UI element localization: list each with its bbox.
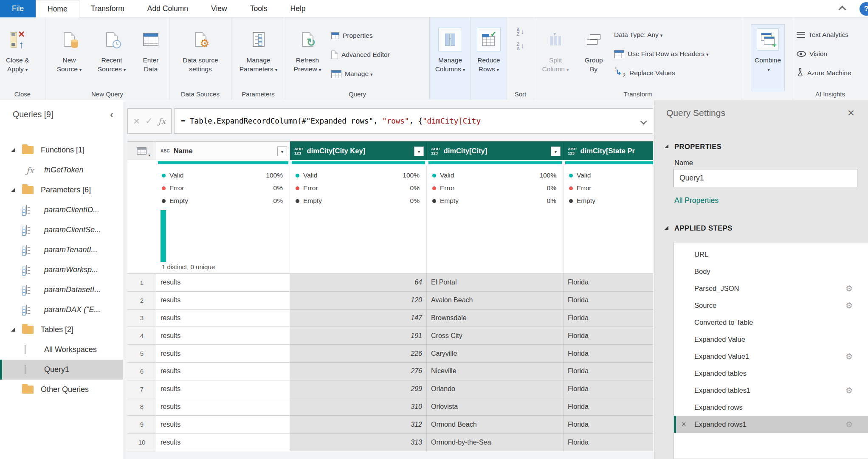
- sidebar-item-other-queries-folder[interactable]: Other Queries: [0, 380, 123, 400]
- sidebar-item-functions-folder[interactable]: Functions [1]: [0, 140, 123, 160]
- row-number[interactable]: 3: [127, 310, 156, 327]
- step-expanded-rows1[interactable]: Expanded rows1: [674, 416, 868, 433]
- cell-city-key[interactable]: 310: [290, 398, 427, 416]
- tab-view[interactable]: View: [200, 0, 239, 17]
- column-header-city[interactable]: dimCity[City]: [427, 141, 564, 160]
- row-number[interactable]: 10: [127, 434, 156, 451]
- cell-city-key[interactable]: 299: [290, 380, 427, 398]
- tab-home[interactable]: Home: [36, 0, 79, 17]
- cell-state[interactable]: Florida: [564, 274, 653, 292]
- data-source-settings-button[interactable]: Data source settings: [177, 17, 224, 73]
- row-number[interactable]: 4: [127, 327, 156, 345]
- sidebar-item-paramdatasetid[interactable]: paramDatasetI...: [0, 280, 123, 300]
- cell-state[interactable]: Florida: [564, 380, 653, 398]
- cell-name[interactable]: results: [156, 363, 290, 380]
- cell-name[interactable]: results: [156, 274, 290, 292]
- manage-parameters-button[interactable]: Manage Parameters: [234, 17, 283, 74]
- sidebar-item-tables-folder[interactable]: Tables [2]: [0, 320, 123, 340]
- tab-tools[interactable]: Tools: [239, 0, 279, 17]
- cell-city[interactable]: Caryville: [427, 345, 564, 363]
- collapse-triangle-icon[interactable]: [665, 144, 668, 148]
- sidebar-item-paramdax[interactable]: paramDAX ("E...: [0, 300, 123, 320]
- sidebar-item-paramclientid[interactable]: paramClientID...: [0, 200, 123, 220]
- expand-triangle-icon[interactable]: [11, 148, 15, 152]
- cell-city-key[interactable]: 276: [290, 363, 427, 380]
- gear-icon[interactable]: [845, 284, 853, 293]
- tab-transform[interactable]: Transform: [79, 0, 136, 17]
- cell-city[interactable]: El Portal: [427, 274, 564, 292]
- commit-formula-icon[interactable]: [145, 116, 153, 126]
- recent-sources-button[interactable]: Recent Sources: [90, 17, 134, 74]
- gear-icon[interactable]: [845, 352, 853, 361]
- replace-values-button[interactable]: Replace Values: [614, 67, 675, 79]
- step-parsed-json[interactable]: Parsed_JSON: [674, 280, 868, 297]
- step-expanded-tables1[interactable]: Expanded tables1: [674, 382, 868, 399]
- manage-button[interactable]: Manage: [331, 68, 373, 80]
- tab-file[interactable]: File: [0, 0, 36, 17]
- sidebar-item-paramtenantid[interactable]: paramTenantI...: [0, 240, 123, 260]
- step-url[interactable]: URL: [674, 246, 868, 263]
- row-number[interactable]: 9: [127, 416, 156, 434]
- cell-name[interactable]: results: [156, 380, 290, 398]
- filter-button[interactable]: [551, 146, 561, 156]
- step-body[interactable]: Body: [674, 263, 868, 280]
- collapse-pane-icon[interactable]: [110, 109, 113, 121]
- gear-icon[interactable]: [845, 301, 853, 310]
- cell-state[interactable]: Florida: [564, 310, 653, 327]
- sort-descending-button[interactable]: [516, 42, 524, 51]
- step-expanded-value1[interactable]: Expanded Value1: [674, 348, 868, 365]
- cell-city[interactable]: Niceville: [427, 363, 564, 380]
- fx-icon[interactable]: [158, 116, 166, 126]
- tab-add-column[interactable]: Add Column: [136, 0, 200, 17]
- gear-icon[interactable]: [845, 386, 853, 395]
- column-header-state[interactable]: dimCity[State Pr: [564, 141, 653, 160]
- value-distribution-bar[interactable]: [161, 210, 166, 262]
- step-expanded-tables[interactable]: Expanded tables: [674, 365, 868, 382]
- cell-city-key[interactable]: 147: [290, 310, 427, 327]
- formula-input[interactable]: = Table.ExpandRecordColumn(#"Expanded ro…: [174, 108, 653, 134]
- collapse-ribbon-icon[interactable]: [838, 6, 846, 13]
- sidebar-item-fngettoken[interactable]: fnGetToken: [0, 160, 123, 180]
- new-source-button[interactable]: New Source: [49, 17, 90, 74]
- close-and-apply-button[interactable]: Close & Apply: [6, 17, 29, 74]
- cell-state[interactable]: Florida: [564, 327, 653, 345]
- sidebar-item-parameters-folder[interactable]: Parameters [6]: [0, 180, 123, 200]
- use-first-row-button[interactable]: Use First Row as Headers: [614, 48, 708, 60]
- expand-triangle-icon[interactable]: [11, 188, 15, 192]
- filter-button[interactable]: [414, 146, 424, 156]
- cell-state[interactable]: Florida: [564, 434, 653, 451]
- delete-step-icon[interactable]: [682, 420, 686, 429]
- properties-button[interactable]: Properties: [331, 29, 373, 42]
- collapse-triangle-icon[interactable]: [665, 226, 668, 230]
- cell-name[interactable]: results: [156, 345, 290, 363]
- row-number[interactable]: 8: [127, 398, 156, 416]
- group-by-button[interactable]: Group By: [575, 17, 612, 73]
- refresh-preview-button[interactable]: Refresh Preview: [286, 17, 329, 74]
- cell-city-key[interactable]: 191: [290, 327, 427, 345]
- cell-name[interactable]: results: [156, 327, 290, 345]
- cell-city-key[interactable]: 226: [290, 345, 427, 363]
- tab-help[interactable]: Help: [279, 0, 317, 17]
- manage-columns-button[interactable]: Manage Columns: [431, 17, 469, 74]
- cell-state[interactable]: Florida: [564, 345, 653, 363]
- filter-button[interactable]: [277, 146, 287, 156]
- advanced-editor-button[interactable]: Advanced Editor: [331, 48, 390, 61]
- cell-name[interactable]: results: [156, 416, 290, 434]
- cell-state[interactable]: Florida: [564, 292, 653, 310]
- cell-city[interactable]: Ormond-by-the-Sea: [427, 434, 564, 451]
- row-number[interactable]: 6: [127, 363, 156, 380]
- cell-city-key[interactable]: 312: [290, 416, 427, 434]
- query-name-input[interactable]: [674, 169, 857, 187]
- cell-name[interactable]: results: [156, 434, 290, 451]
- cell-city-key[interactable]: 64: [290, 274, 427, 292]
- cell-city-key[interactable]: 313: [290, 434, 427, 451]
- reduce-rows-button[interactable]: Reduce Rows: [471, 17, 506, 74]
- enter-data-button[interactable]: Enter Data: [135, 17, 166, 73]
- cell-state[interactable]: Florida: [564, 398, 653, 416]
- gear-icon[interactable]: [845, 420, 853, 429]
- cell-name[interactable]: results: [156, 310, 290, 327]
- cell-city[interactable]: Cross City: [427, 327, 564, 345]
- step-converted-to-table[interactable]: Converted to Table: [674, 314, 868, 331]
- select-all-button[interactable]: [127, 141, 156, 160]
- step-expanded-rows[interactable]: Expanded rows: [674, 399, 868, 416]
